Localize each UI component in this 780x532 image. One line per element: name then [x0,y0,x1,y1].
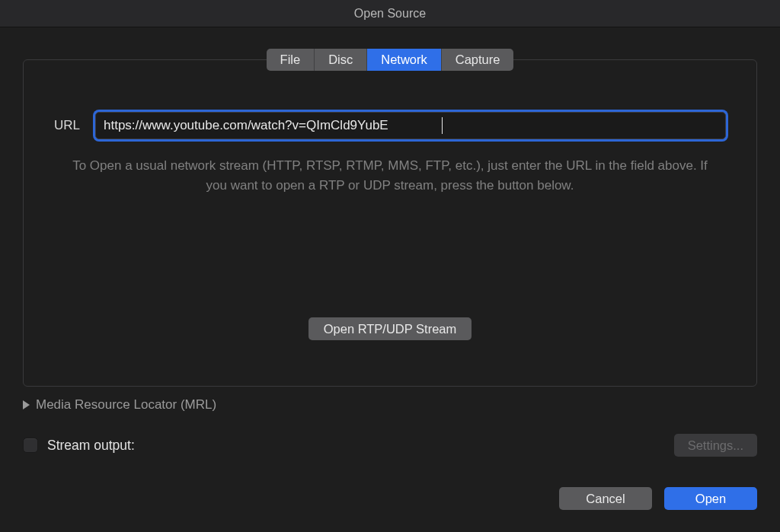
tab-file[interactable]: File [267,49,315,71]
help-text: To Open a usual network stream (HTTP, RT… [54,156,726,195]
url-input[interactable] [95,112,726,139]
open-rtp-udp-button[interactable]: Open RTP/UDP Stream [308,317,472,340]
mrl-disclosure[interactable]: Media Resource Locator (MRL) [23,397,757,413]
settings-button: Settings... [674,434,757,457]
url-label: URL [54,118,85,133]
cancel-button[interactable]: Cancel [559,487,652,510]
url-input-wrap [95,112,726,139]
open-button[interactable]: Open [664,487,757,510]
network-panel: URL To Open a usual network stream (HTTP… [23,59,757,387]
tab-disc[interactable]: Disc [315,49,367,71]
tab-capture[interactable]: Capture [442,49,514,71]
text-cursor [442,117,443,134]
title-bar: Open Source [0,0,780,27]
source-tabs: File Disc Network Capture [267,49,514,71]
disclosure-triangle-icon [23,400,30,409]
window-title: Open Source [354,7,426,21]
stream-output-checkbox[interactable] [23,438,38,453]
tab-network[interactable]: Network [367,49,442,71]
mrl-label: Media Resource Locator (MRL) [36,397,216,413]
stream-output-label: Stream output: [47,438,135,454]
